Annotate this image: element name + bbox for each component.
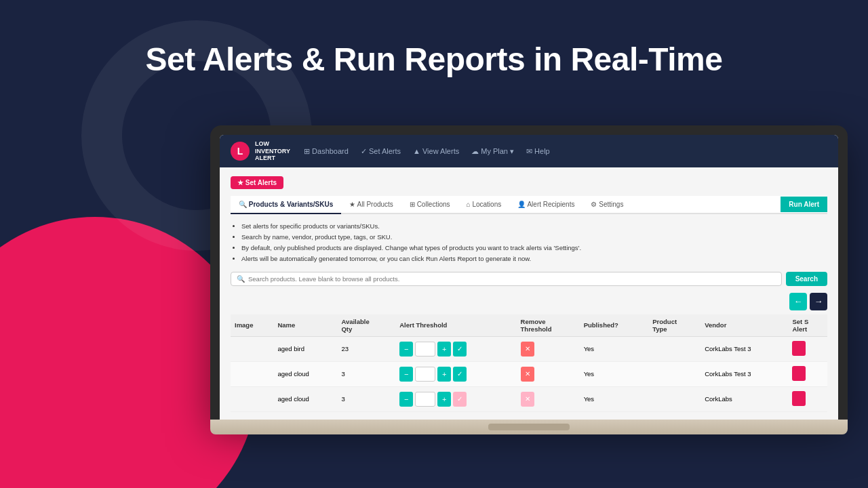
cell-set-alert	[788, 361, 827, 386]
increment-button[interactable]: +	[437, 342, 451, 357]
tab-collections[interactable]: ⊞ Collections	[401, 196, 458, 214]
increment-button[interactable]: +	[437, 367, 451, 382]
cell-product-type	[648, 336, 701, 361]
nav-dashboard[interactable]: ⊞ Dashboard	[304, 147, 349, 156]
info-bullet-4: Alerts will be automatically generated t…	[241, 253, 827, 264]
set-alert-button[interactable]	[792, 341, 806, 356]
col-alert-threshold: Alert Threshold	[395, 314, 516, 337]
cell-set-alert	[788, 336, 827, 361]
decrement-button[interactable]: −	[399, 342, 413, 357]
cell-published: Yes	[580, 361, 649, 386]
logo-icon: L	[231, 142, 250, 161]
run-alerts-button[interactable]: Run Alert	[781, 197, 827, 212]
remove-threshold-button[interactable]: ✕	[521, 342, 534, 357]
logo-text: LOW INVENTORY ALERT	[255, 140, 290, 162]
pagination-row: ← →	[231, 293, 827, 310]
col-name: Name	[273, 314, 337, 337]
cell-image	[231, 386, 273, 411]
set-alert-button[interactable]	[792, 391, 806, 406]
next-page-button[interactable]: →	[810, 293, 827, 310]
laptop-screen: L LOW INVENTORY ALERT ⊞ Dashboard ✓ Set …	[220, 135, 838, 420]
cell-remove: ✕	[517, 386, 580, 411]
threshold-input[interactable]	[415, 367, 435, 382]
tab-products-variants[interactable]: 🔍 Products & Variants/SKUs	[231, 196, 341, 214]
increment-button[interactable]: +	[437, 392, 451, 407]
search-input-wrapper: 🔍	[231, 272, 782, 286]
threshold-input[interactable]	[415, 342, 435, 357]
cell-qty: 3	[337, 386, 395, 411]
cell-remove: ✕	[517, 336, 580, 361]
confirm-button[interactable]: ✓	[453, 392, 467, 407]
cell-vendor: CorkLabs	[701, 386, 788, 411]
set-alerts-badge: ★ Set Alerts	[231, 176, 283, 189]
cell-published: Yes	[580, 336, 649, 361]
set-alert-button[interactable]	[792, 366, 806, 381]
cell-published: Yes	[580, 386, 649, 411]
cell-remove: ✕	[517, 361, 580, 386]
cell-set-alert	[788, 386, 827, 411]
col-image: Image	[231, 314, 273, 337]
tab-locations[interactable]: ⌂ Locations	[458, 196, 510, 214]
decrement-button[interactable]: −	[399, 392, 413, 407]
cell-threshold: − + ✓	[395, 386, 516, 411]
table-header-row: Image Name AvailableQty Alert Threshold …	[231, 314, 827, 337]
confirm-button[interactable]: ✓	[453, 342, 467, 357]
cell-name: aged cloud	[273, 361, 337, 386]
search-button[interactable]: Search	[786, 272, 827, 286]
tab-settings[interactable]: ⚙ Settings	[583, 196, 631, 214]
cell-name: aged bird	[273, 336, 337, 361]
cell-threshold: − + ✓	[395, 336, 516, 361]
nav-view-alerts[interactable]: ▲ View Alerts	[413, 147, 459, 155]
info-bullet-1: Set alerts for specific products or vari…	[241, 221, 827, 232]
table-row: aged cloud 3 − + ✓	[231, 386, 827, 411]
col-remove-threshold: RemoveThreshold	[517, 314, 580, 337]
page-title: Set Alerts & Run Reports in Real-Time	[0, 41, 868, 78]
decrement-button[interactable]: −	[399, 367, 413, 382]
table-row: aged cloud 3 − + ✓	[231, 361, 827, 386]
cell-name: aged cloud	[273, 386, 337, 411]
search-icon: 🔍	[237, 275, 245, 283]
cell-product-type	[648, 361, 701, 386]
remove-threshold-button[interactable]: ✕	[521, 367, 534, 382]
confirm-button[interactable]: ✓	[453, 367, 467, 382]
products-table: Image Name AvailableQty Alert Threshold …	[231, 314, 827, 412]
app-logo: L LOW INVENTORY ALERT	[231, 140, 290, 162]
app-content: ★ Set Alerts 🔍 Products & Variants/SKUs …	[220, 167, 838, 420]
cell-image	[231, 336, 273, 361]
search-input[interactable]	[248, 275, 776, 283]
table-row: aged bird 23 − + ✓	[231, 336, 827, 361]
laptop-bezel: L LOW INVENTORY ALERT ⊞ Dashboard ✓ Set …	[210, 125, 848, 420]
col-published: Published?	[580, 314, 649, 337]
cell-vendor: CorkLabs Test 3	[701, 336, 788, 361]
nav-set-alerts[interactable]: ✓ Set Alerts	[361, 147, 401, 156]
tabs-row: 🔍 Products & Variants/SKUs ★ All Product…	[231, 196, 827, 214]
nav-help[interactable]: ✉ Help	[526, 147, 550, 156]
col-vendor: Vendor	[701, 314, 788, 337]
info-bullet-2: Search by name, vendor, product type, ta…	[241, 232, 827, 243]
col-set-alert: Set SAlert	[788, 314, 827, 337]
laptop-mockup: L LOW INVENTORY ALERT ⊞ Dashboard ✓ Set …	[210, 125, 848, 488]
app-navbar: L LOW INVENTORY ALERT ⊞ Dashboard ✓ Set …	[220, 135, 838, 167]
threshold-control: − + ✓	[399, 367, 512, 382]
cell-vendor: CorkLabs Test 3	[701, 361, 788, 386]
prev-page-button[interactable]: ←	[789, 293, 807, 310]
search-row: 🔍 Search	[231, 272, 827, 286]
laptop-base	[210, 420, 848, 434]
cell-qty: 23	[337, 336, 395, 361]
nav-my-plan[interactable]: ☁ My Plan ▾	[471, 147, 514, 156]
cell-qty: 3	[337, 361, 395, 386]
cell-image	[231, 361, 273, 386]
info-bullet-3: By default, only published products are …	[241, 243, 827, 253]
threshold-control: − + ✓	[399, 392, 512, 407]
cell-threshold: − + ✓	[395, 361, 516, 386]
info-bullets: Set alerts for specific products or vari…	[231, 221, 827, 265]
nav-items: ⊞ Dashboard ✓ Set Alerts ▲ View Alerts ☁…	[304, 147, 827, 156]
col-product-type: ProductType	[648, 314, 701, 337]
threshold-input[interactable]	[415, 392, 435, 407]
cell-product-type	[648, 386, 701, 411]
col-available-qty: AvailableQty	[337, 314, 395, 337]
tab-alert-recipients[interactable]: 👤 Alert Recipients	[509, 196, 583, 214]
remove-threshold-button[interactable]: ✕	[521, 392, 534, 407]
tab-all-products[interactable]: ★ All Products	[341, 196, 401, 214]
threshold-control: − + ✓	[399, 342, 512, 357]
